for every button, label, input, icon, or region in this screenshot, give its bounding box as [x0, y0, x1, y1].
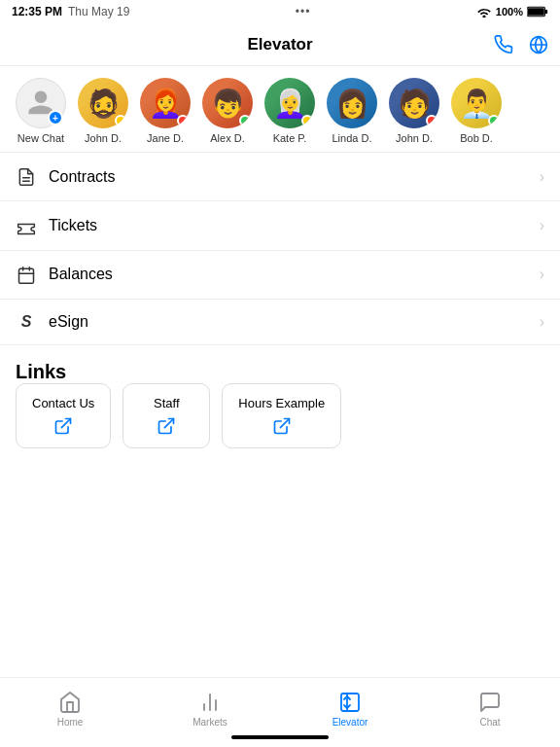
- menu-item-balances[interactable]: Balances ›: [0, 251, 560, 300]
- svg-line-13: [280, 418, 289, 427]
- esign-label: eSign: [49, 313, 88, 331]
- contracts-chevron: ›: [540, 168, 544, 186]
- tickets-chevron: ›: [540, 217, 544, 234]
- status-time: 12:35 PM: [12, 5, 62, 18]
- contact-label-jane-d: Jane D.: [147, 132, 184, 144]
- nav-elevator-label: Elevator: [332, 717, 368, 728]
- avatar-bob-d: 👨‍💼: [451, 78, 502, 128]
- contact-alex-d[interactable]: 👦 Alex D.: [202, 78, 253, 144]
- contact-john-d[interactable]: 🧔 John D.: [78, 78, 128, 144]
- menu-item-contracts[interactable]: Contracts ›: [0, 153, 560, 201]
- tickets-icon: [16, 215, 37, 235]
- menu-item-esign[interactable]: S eSign ›: [0, 300, 560, 345]
- svg-line-12: [165, 418, 174, 427]
- contact-label-linda-d: Linda D.: [332, 132, 372, 144]
- avatar-john-d: 🧔: [78, 78, 128, 128]
- nav-home-label: Home: [57, 717, 84, 728]
- new-chat-avatar: +: [16, 78, 66, 128]
- home-icon: [58, 691, 82, 714]
- svg-rect-17: [341, 694, 359, 711]
- phone-icon[interactable]: [494, 35, 513, 54]
- nav-home[interactable]: Home: [36, 691, 104, 728]
- esign-icon: S: [16, 313, 37, 331]
- tickets-label: Tickets: [49, 217, 97, 234]
- menu-list: Contracts › Tickets › Balances › S eSign…: [0, 152, 560, 345]
- balances-icon: [16, 265, 37, 285]
- avatar-jane-d: 👩‍🦰: [140, 78, 191, 128]
- globe-icon[interactable]: [529, 35, 548, 54]
- balances-label: Balances: [49, 266, 113, 283]
- status-icons: 100%: [476, 6, 548, 18]
- link-label-hours-example: Hours Example: [238, 396, 325, 410]
- battery-icon: [527, 6, 548, 18]
- nav-elevator[interactable]: Elevator: [316, 691, 384, 728]
- balances-chevron: ›: [540, 266, 544, 283]
- link-contact-us[interactable]: Contact Us: [16, 383, 111, 448]
- svg-rect-7: [19, 268, 34, 283]
- header-actions: [494, 35, 548, 54]
- contacts-row: + New Chat 🧔 John D. 👩‍🦰 Jane D. 👦 Alex …: [0, 66, 560, 152]
- contracts-label: Contracts: [49, 168, 115, 186]
- external-link-icon-contact-us: [53, 416, 73, 436]
- avatar-alex-d: 👦: [202, 78, 253, 128]
- link-label-staff: Staff: [154, 396, 180, 410]
- nav-markets-label: Markets: [192, 717, 228, 728]
- svg-rect-1: [545, 10, 548, 14]
- external-link-icon-staff: [157, 416, 176, 436]
- esign-chevron: ›: [540, 313, 544, 331]
- chat-icon: [478, 691, 502, 714]
- links-title: Links: [16, 361, 66, 382]
- status-ellipsis: •••: [296, 5, 311, 18]
- contact-label-john-d: John D.: [85, 132, 122, 144]
- home-indicator: [231, 735, 329, 739]
- external-link-icon-hours: [272, 416, 292, 436]
- contracts-icon: [16, 166, 37, 187]
- status-date: Thu May 19: [68, 5, 129, 18]
- svg-rect-2: [528, 8, 544, 16]
- elevator-icon: [338, 691, 362, 714]
- avatar-john-d2: 🧑: [389, 78, 439, 128]
- contact-label-john-d2: John D.: [396, 132, 433, 144]
- contact-label-bob-d: Bob D.: [460, 132, 493, 144]
- avatar-linda-d: 👩: [327, 78, 377, 128]
- nav-markets[interactable]: Markets: [176, 691, 244, 728]
- status-bar: 12:35 PM Thu May 19 ••• 100%: [0, 0, 560, 23]
- bottom-nav: Home Markets Elevator Chat: [0, 677, 560, 747]
- link-staff[interactable]: Staff: [122, 383, 210, 448]
- new-chat-badge: +: [48, 110, 63, 125]
- contact-bob-d[interactable]: 👨‍💼 Bob D.: [451, 78, 502, 144]
- contact-jane-d[interactable]: 👩‍🦰 Jane D.: [140, 78, 191, 144]
- link-label-contact-us: Contact Us: [32, 396, 94, 410]
- svg-line-11: [61, 418, 70, 427]
- menu-item-tickets[interactable]: Tickets ›: [0, 201, 560, 250]
- links-grid: Contact Us Staff Hours Example: [16, 383, 544, 448]
- links-section: Links Contact Us Staff Hours Example: [0, 345, 560, 456]
- nav-chat[interactable]: Chat: [456, 691, 524, 728]
- link-hours-example[interactable]: Hours Example: [222, 383, 341, 448]
- contact-new-chat[interactable]: + New Chat: [16, 78, 66, 144]
- contact-kate-p[interactable]: 👩‍🦳 Kate P.: [264, 78, 315, 144]
- contact-label-alex-d: Alex D.: [210, 132, 244, 144]
- contact-linda-d[interactable]: 👩 Linda D.: [327, 78, 377, 144]
- contact-john-d2[interactable]: 🧑 John D.: [389, 78, 439, 144]
- battery-percent: 100%: [496, 6, 523, 18]
- avatar-kate-p: 👩‍🦳: [264, 78, 315, 128]
- app-header: Elevator: [0, 23, 560, 66]
- header-title: Elevator: [247, 35, 312, 54]
- contact-label-kate-p: Kate P.: [273, 132, 307, 144]
- wifi-icon: [476, 6, 492, 18]
- markets-icon: [198, 691, 222, 714]
- nav-chat-label: Chat: [479, 717, 500, 728]
- contact-label-new-chat: New Chat: [18, 132, 64, 144]
